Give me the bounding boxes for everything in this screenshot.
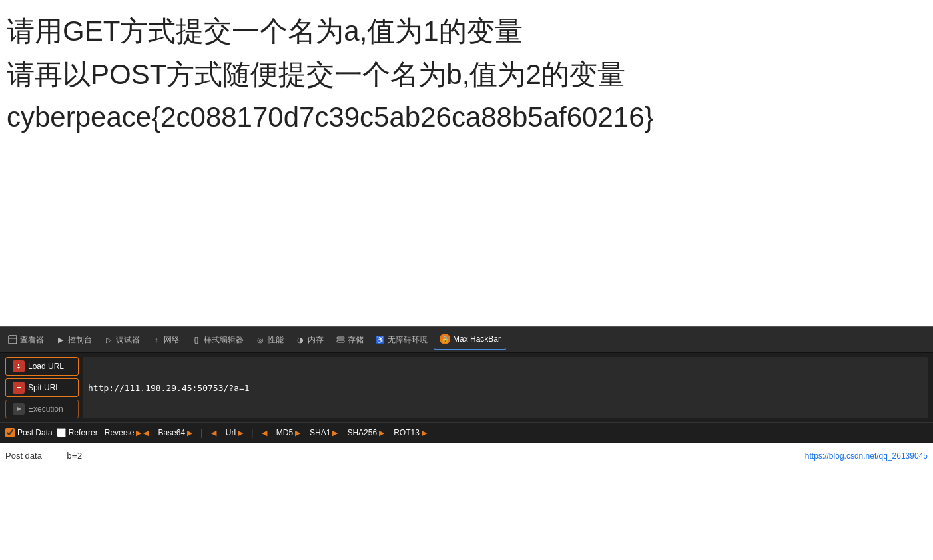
url-arrow-right: ▶ (238, 429, 243, 437)
performance-icon: ◎ (256, 335, 265, 344)
tab-accessibility[interactable]: ♿ 无障碍环境 (370, 329, 433, 350)
tab-storage-label: 存储 (348, 334, 364, 346)
tab-storage[interactable]: 存储 (330, 329, 369, 350)
referrer-checkbox-group[interactable]: Referrer (57, 428, 98, 437)
spit-url-icon (13, 382, 25, 394)
accessibility-icon: ♿ (376, 335, 385, 344)
post-data-input[interactable] (67, 451, 805, 461)
sha256-label: SHA256 (347, 428, 377, 437)
reverse-button[interactable]: Reverse ▶ ◀ (102, 427, 152, 439)
sha256-arrow-right: ▶ (379, 429, 384, 437)
hackbar-url-input[interactable] (83, 357, 928, 418)
url-label: Url (226, 428, 236, 437)
tab-memory-label: 内存 (308, 334, 324, 346)
post-data-label: Post data (5, 451, 59, 461)
hackbar-top-row: Load URL Spit URL Execut (0, 353, 933, 422)
console-icon: ▶ (56, 335, 65, 344)
storage-icon (336, 335, 345, 344)
tab-network[interactable]: ↕ 网络 (147, 329, 185, 350)
post-data-row: Post data https://blog.csdn.net/qq_26139… (0, 443, 933, 468)
svg-rect-4 (18, 364, 19, 366)
load-url-label: Load URL (28, 362, 64, 371)
post-data-checkbox[interactable] (5, 428, 15, 437)
load-url-icon (13, 360, 25, 372)
tab-memory[interactable]: ◑ 内存 (290, 329, 329, 350)
rot13-arrow-right: ▶ (422, 429, 427, 437)
style-editor-icon: {} (192, 335, 201, 344)
hackbar-lock-icon: 🔒 (440, 334, 450, 344)
execution-label: Execution (28, 404, 63, 414)
tab-inspector[interactable]: 查看器 (3, 329, 49, 350)
url-decode-button[interactable]: ◀ (259, 427, 270, 439)
tab-performance-label: 性能 (268, 334, 284, 346)
spit-url-button[interactable]: Spit URL (5, 378, 79, 397)
referrer-checkbox[interactable] (57, 428, 66, 437)
md5-button[interactable]: MD5 ▶ (274, 427, 303, 439)
svg-rect-0 (9, 336, 17, 344)
tab-performance[interactable]: ◎ 性能 (250, 329, 289, 350)
md5-arrow-right: ▶ (295, 429, 300, 437)
rot13-button[interactable]: ROT13 ▶ (391, 427, 430, 439)
svg-rect-1 (337, 337, 344, 339)
url-button[interactable]: Url ▶ (223, 427, 246, 439)
reverse-arrow-right: ▶ (136, 429, 141, 437)
hackbar-panel: Load URL Spit URL Execut (0, 353, 933, 443)
base64-decode-button[interactable]: ◀ (208, 427, 219, 439)
memory-icon: ◑ (296, 335, 305, 344)
tab-style-editor-label: 样式编辑器 (204, 334, 244, 346)
reverse-arrow-left: ◀ (143, 429, 149, 437)
separator-1: | (199, 427, 204, 438)
base64-arrow-right: ▶ (187, 429, 192, 437)
tab-hackbar[interactable]: 🔒 Max HackBar (434, 329, 506, 350)
network-icon: ↕ (152, 335, 161, 344)
tab-debugger-label: 调试器 (116, 334, 140, 346)
svg-rect-7 (17, 387, 21, 388)
line1: 请用GET方式提交一个名为a,值为1的变量 (7, 13, 926, 50)
tab-debugger[interactable]: ▷ 调试器 (99, 329, 145, 350)
separator-2: | (250, 427, 255, 438)
inspector-icon (8, 335, 17, 344)
hackbar-tools-row: Post Data Referrer Reverse ▶ ◀ Base64 ▶ … (0, 422, 933, 443)
debugger-icon: ▷ (104, 335, 113, 344)
line3: cyberpeace{2c088170d7c39c5ab26ca88b5af60… (7, 99, 926, 136)
base64-button[interactable]: Base64 ▶ (155, 427, 195, 439)
base64-arrow-left: ◀ (211, 429, 216, 437)
line2: 请再以POST方式随便提交一个名为b,值为2的变量 (7, 57, 926, 93)
tab-accessibility-label: 无障碍环境 (388, 334, 428, 346)
main-content: 请用GET方式提交一个名为a,值为1的变量 请再以POST方式随便提交一个名为b… (0, 0, 933, 326)
rot13-label: ROT13 (394, 428, 420, 437)
post-data-checkbox-group[interactable]: Post Data (5, 428, 53, 437)
referrer-tool-label: Referrer (69, 428, 98, 437)
post-data-link[interactable]: https://blog.csdn.net/qq_26139045 (805, 451, 928, 461)
tab-style-editor[interactable]: {} 样式编辑器 (186, 329, 249, 350)
hackbar-buttons: Load URL Spit URL Execut (5, 357, 79, 418)
tab-console[interactable]: ▶ 控制台 (51, 329, 97, 350)
md5-label: MD5 (276, 428, 293, 437)
post-data-tool-label: Post Data (17, 428, 53, 437)
execution-icon (13, 403, 25, 415)
reverse-label: Reverse (105, 428, 135, 437)
svg-rect-2 (337, 340, 344, 342)
tab-hackbar-label: Max HackBar (453, 334, 501, 344)
spit-url-label: Spit URL (28, 383, 60, 392)
tab-console-label: 控制台 (68, 334, 92, 346)
devtools-toolbar: 查看器 ▶ 控制台 ▷ 调试器 ↕ 网络 {} 样式编辑器 ◎ 性能 ◑ 内存 … (0, 326, 933, 353)
tab-network-label: 网络 (164, 334, 180, 346)
url-arrow-left: ◀ (262, 429, 267, 437)
sha1-arrow-right: ▶ (332, 429, 338, 437)
base64-label: Base64 (158, 428, 185, 437)
tab-inspector-label: 查看器 (20, 334, 44, 346)
sha256-button[interactable]: SHA256 ▶ (344, 427, 387, 439)
sha1-label: SHA1 (310, 428, 330, 437)
sha1-button[interactable]: SHA1 ▶ (307, 427, 340, 439)
load-url-button[interactable]: Load URL (5, 357, 79, 376)
execution-button[interactable]: Execution (5, 400, 79, 418)
